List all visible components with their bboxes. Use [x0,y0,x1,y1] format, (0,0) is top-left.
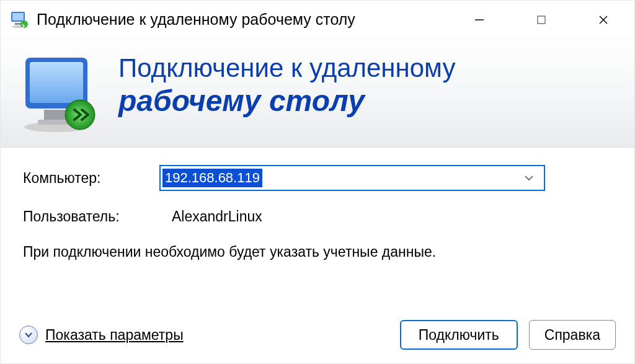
window-title: Подключение к удаленному рабочему столу [37,11,448,29]
svg-point-4 [20,20,28,28]
computer-value-selected: 192.168.68.119 [162,169,262,187]
body: Компьютер: 192.168.68.119 Пользователь: … [1,148,634,309]
maximize-icon [536,14,547,25]
header-text: Подключение к удаленному рабочему столу [118,50,455,118]
svg-rect-6 [538,16,545,24]
chevron-down-icon [523,172,535,184]
expand-button-circle [19,326,38,344]
header-line2: рабочему столу [118,85,455,118]
svg-rect-2 [15,23,21,25]
app-icon-small [9,10,29,30]
user-label: Пользователь: [23,208,172,225]
help-button[interactable]: Справка [529,320,616,350]
computer-combobox[interactable]: 192.168.68.119 [159,165,545,191]
close-icon [597,14,610,26]
computer-label: Компьютер: [23,170,159,187]
user-row: Пользователь: AlexandrLinux [23,208,612,225]
rdp-icon [19,53,100,133]
credentials-info: При подключении необходимо будет указать… [23,242,612,262]
rdp-window: Подключение к удаленному рабочему столу [0,0,635,364]
show-options-label: Показать параметры [45,327,184,344]
minimize-button[interactable] [448,1,510,38]
footer: Показать параметры Подключить Справка [1,309,634,363]
svg-rect-1 [12,13,24,20]
minimize-icon [473,14,486,26]
close-button[interactable] [572,1,634,38]
svg-rect-10 [44,110,66,121]
header-line1: Подключение к удаленному [118,54,455,82]
combobox-dropdown-button[interactable] [514,166,544,190]
maximize-button[interactable] [510,1,572,38]
chevron-down-icon [24,331,33,339]
titlebar: Подключение к удаленному рабочему столу [1,1,634,39]
titlebar-controls [448,1,634,38]
computer-row: Компьютер: 192.168.68.119 [23,165,612,191]
header-banner: Подключение к удаленному рабочему столу [1,39,634,148]
connect-button[interactable]: Подключить [400,320,518,350]
svg-rect-13 [30,62,83,103]
user-value: AlexandrLinux [172,208,262,225]
show-options-toggle[interactable]: Показать параметры [19,326,184,344]
